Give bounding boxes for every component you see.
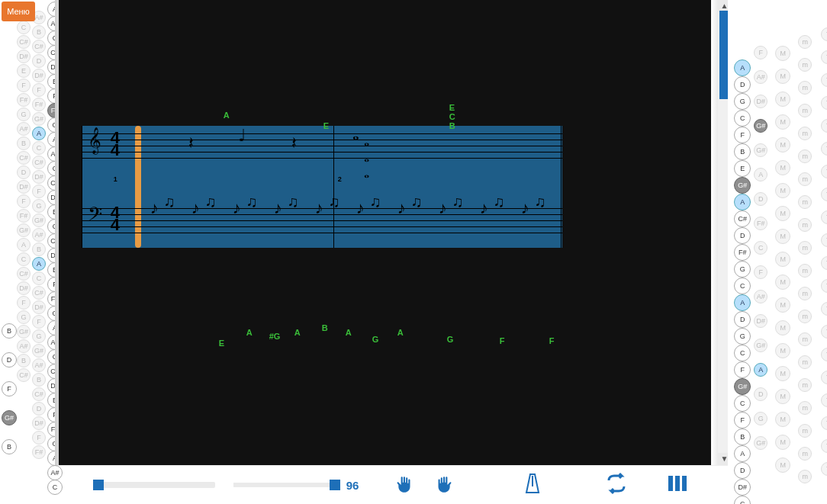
key-button[interactable]: C# xyxy=(17,368,31,382)
key-button[interactable]: F# xyxy=(17,209,31,223)
key-button[interactable]: D xyxy=(734,227,751,244)
key-button[interactable]: M xyxy=(775,274,790,290)
key-button[interactable]: M xyxy=(775,183,790,198)
key-button[interactable]: F xyxy=(754,265,767,279)
key-button[interactable]: A# xyxy=(754,70,767,84)
key-button[interactable]: m xyxy=(798,104,812,117)
key-button[interactable]: A xyxy=(754,363,767,377)
key-button[interactable]: G# xyxy=(32,213,46,227)
left-hand-toggle[interactable] xyxy=(395,474,415,496)
key-button[interactable]: m xyxy=(798,241,812,255)
key-button[interactable]: D xyxy=(754,387,767,401)
key-button[interactable]: F# xyxy=(17,93,31,107)
key-button[interactable]: m xyxy=(798,149,812,163)
key-button[interactable]: F# xyxy=(32,98,46,111)
score-page[interactable]: 𝄞 𝄢 44 44 1 2 𝄽 ♩ 𝄽 𝅝 𝅝𝅝𝅝 ♪ xyxy=(59,0,725,465)
key-button[interactable]: m xyxy=(798,195,812,209)
key-button[interactable]: F xyxy=(734,361,751,378)
key-button[interactable]: G# xyxy=(17,223,31,237)
key-button[interactable]: F xyxy=(734,412,751,429)
key-button[interactable]: F xyxy=(32,83,46,97)
key-button[interactable]: C xyxy=(32,141,46,155)
key-button[interactable]: M xyxy=(775,69,790,84)
key-button[interactable]: A xyxy=(754,168,767,181)
key-button[interactable]: 7 xyxy=(821,393,827,407)
key-button[interactable]: G# xyxy=(32,112,46,126)
key-button[interactable]: C xyxy=(734,395,751,412)
key-button[interactable]: 7 xyxy=(821,462,827,476)
key-button[interactable]: 7 xyxy=(821,188,827,201)
key-button[interactable]: C# xyxy=(32,40,46,53)
tempo-knob[interactable] xyxy=(330,480,340,490)
key-button[interactable]: A xyxy=(734,294,751,311)
key-button[interactable]: 7 xyxy=(821,142,827,156)
key-button[interactable]: M xyxy=(775,320,790,335)
key-button[interactable]: A# xyxy=(32,358,46,372)
key-button[interactable]: C# xyxy=(17,35,31,49)
key-button[interactable]: F xyxy=(754,46,767,59)
key-button[interactable]: F xyxy=(17,194,31,208)
key-button[interactable]: D# xyxy=(32,170,46,184)
key-button[interactable]: m xyxy=(798,424,812,438)
key-button[interactable]: A# xyxy=(17,339,31,353)
key-button[interactable]: D# xyxy=(17,50,31,63)
key-button[interactable]: M xyxy=(775,160,790,175)
key-button[interactable]: 7 xyxy=(821,279,827,293)
key-button[interactable]: F xyxy=(17,79,31,92)
key-button[interactable]: D# xyxy=(754,95,767,108)
key-button[interactable]: m xyxy=(798,172,812,186)
metronome-toggle[interactable] xyxy=(520,471,545,499)
scroll-down-icon[interactable]: ▼ xyxy=(718,453,728,465)
key-button[interactable]: 7 xyxy=(821,96,827,110)
key-button[interactable]: F xyxy=(32,431,46,445)
key-button[interactable]: A xyxy=(734,445,751,462)
key-button[interactable]: F xyxy=(32,185,46,198)
key-button[interactable]: G# xyxy=(754,143,767,157)
key-button[interactable]: m xyxy=(798,264,812,278)
key-button[interactable]: B xyxy=(734,143,751,160)
key-button[interactable]: D# xyxy=(17,180,31,194)
key-button[interactable]: A# xyxy=(32,228,46,242)
key-button[interactable]: M xyxy=(775,412,790,427)
key-button[interactable]: C# xyxy=(32,387,46,401)
key-button[interactable]: C# xyxy=(17,267,31,281)
key-button[interactable]: C# xyxy=(734,210,751,227)
key-button[interactable]: 7 xyxy=(821,50,827,64)
key-button[interactable]: G# xyxy=(17,325,31,339)
key-button[interactable]: G# xyxy=(32,344,46,358)
key-button[interactable]: A xyxy=(17,238,31,252)
vertical-scrollbar[interactable]: ▲ ▼ xyxy=(718,0,728,465)
key-button[interactable]: D xyxy=(2,352,17,368)
key-button[interactable]: m xyxy=(798,81,812,95)
key-button[interactable]: m xyxy=(798,218,812,232)
key-button[interactable]: A# xyxy=(47,465,63,480)
key-button[interactable]: G xyxy=(17,310,31,324)
key-button[interactable]: G xyxy=(734,328,751,345)
key-button[interactable]: B xyxy=(2,439,17,454)
key-button[interactable]: F xyxy=(2,381,17,396)
key-button[interactable]: C xyxy=(734,110,751,127)
key-button[interactable]: D# xyxy=(32,69,46,82)
loop-toggle[interactable] xyxy=(604,471,629,499)
key-button[interactable]: F# xyxy=(32,445,46,459)
key-button[interactable]: D xyxy=(734,76,751,93)
key-button[interactable]: 7 xyxy=(821,73,827,87)
tempo-slider[interactable] xyxy=(233,483,340,487)
key-button[interactable]: m xyxy=(798,447,812,461)
key-button[interactable]: B xyxy=(17,136,31,150)
key-button[interactable]: M xyxy=(775,206,790,221)
key-button[interactable]: C xyxy=(734,345,751,361)
key-button[interactable]: D# xyxy=(32,416,46,430)
key-button[interactable]: m xyxy=(798,332,812,346)
key-button[interactable]: G xyxy=(32,329,46,343)
key-button[interactable]: m xyxy=(798,58,812,72)
key-button[interactable]: G xyxy=(32,199,46,213)
key-button[interactable]: G# xyxy=(734,177,751,194)
key-button[interactable]: G# xyxy=(2,410,17,425)
key-button[interactable]: m xyxy=(798,355,812,369)
key-button[interactable]: A xyxy=(32,127,46,140)
key-button[interactable]: G# xyxy=(754,119,767,133)
playback-cursor[interactable] xyxy=(135,126,141,248)
key-button[interactable]: F# xyxy=(754,217,767,230)
key-button[interactable]: M xyxy=(775,252,790,267)
